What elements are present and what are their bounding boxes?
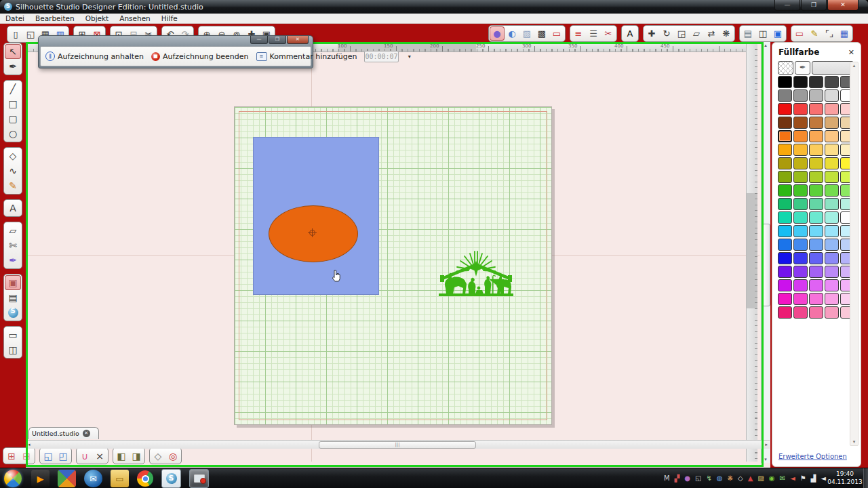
release-compound-path-icon[interactable]: ◰	[56, 449, 71, 463]
recorder-dropdown-icon[interactable]: ▾	[408, 54, 411, 60]
eyedropper-swatch[interactable]: ✒	[795, 61, 810, 75]
color-swatch[interactable]	[825, 157, 839, 169]
tray-app-purple-icon[interactable]: ●	[684, 475, 690, 482]
page-setup-icon[interactable]: ▭	[792, 26, 807, 41]
text-tool-icon[interactable]: A	[5, 201, 21, 216]
horizontal-scrollbar-thumb[interactable]: |||	[319, 441, 476, 449]
vertical-scrollbar[interactable]: ▴ ▾	[761, 42, 770, 463]
color-swatch[interactable]	[825, 239, 839, 251]
menu-hilfe[interactable]: Hilfe	[156, 14, 183, 22]
color-swatch[interactable]	[778, 266, 792, 278]
color-swatch[interactable]	[809, 157, 823, 169]
tray-media-icon[interactable]: ▞	[675, 475, 680, 482]
color-swatch[interactable]	[825, 211, 839, 224]
color-swatch[interactable]	[825, 252, 839, 264]
cutting-mat-icon[interactable]: ▣	[5, 275, 21, 290]
color-swatch[interactable]	[809, 252, 823, 264]
rec-maximize-button[interactable]: ❐	[269, 36, 286, 44]
tray-audio-alert-icon[interactable]: ◄	[790, 475, 795, 482]
color-swatch[interactable]	[778, 171, 792, 183]
color-swatch[interactable]	[778, 184, 792, 197]
new-document-icon[interactable]: ▯	[8, 27, 23, 41]
edit-points-tool-icon[interactable]: ✒	[5, 59, 21, 74]
tray-globe-icon[interactable]: ◍	[717, 475, 723, 482]
color-swatch[interactable]	[825, 184, 839, 197]
split-view-icon[interactable]: ◫	[5, 342, 21, 357]
polygon-tool-icon[interactable]: ◇	[5, 148, 21, 163]
color-swatch[interactable]	[825, 117, 839, 129]
cut-style-icon[interactable]: ✂	[601, 26, 616, 41]
color-swatch[interactable]	[778, 198, 792, 210]
color-swatch[interactable]	[778, 306, 792, 319]
color-swatch[interactable]	[793, 157, 808, 169]
color-swatch[interactable]	[809, 266, 823, 278]
color-swatch[interactable]	[809, 239, 823, 251]
minimize-button[interactable]: —	[774, 0, 800, 11]
tray-updater-icon[interactable]: ▲	[748, 475, 753, 482]
color-swatch[interactable]	[778, 293, 792, 305]
taskbar-chrome-icon[interactable]	[137, 470, 153, 487]
color-swatch[interactable]	[778, 239, 792, 251]
pattern-fill-dark-icon[interactable]: ▩	[534, 26, 549, 41]
color-swatch[interactable]	[778, 117, 792, 129]
scroll-left-arrow[interactable]: ◂	[28, 442, 31, 447]
scroll-down-arrow[interactable]: ▾	[762, 457, 770, 462]
color-swatch[interactable]	[793, 117, 808, 129]
color-swatch[interactable]	[778, 103, 792, 115]
taskbar-recorder-icon[interactable]	[189, 469, 209, 488]
taskbar-explorer-icon[interactable]: ▭	[111, 470, 129, 487]
menu-bearbeiten[interactable]: Bearbeiten	[30, 14, 80, 22]
color-swatch[interactable]	[793, 198, 808, 210]
color-swatch[interactable]	[793, 184, 808, 197]
select-tool-icon[interactable]: ↖	[5, 44, 21, 59]
fill-page-icon[interactable]: ▭	[549, 26, 564, 41]
sketch-pens-icon[interactable]: ✎	[807, 26, 822, 41]
pattern-fill-light-icon[interactable]: ▨	[519, 26, 534, 41]
taskbar-silhouette-studio-icon[interactable]: S	[161, 469, 181, 488]
vertical-scrollbar-thumb[interactable]	[762, 224, 770, 306]
pause-recording-button[interactable]: ∥ Aufzeichnung anhalten	[45, 52, 144, 61]
dropper-tool-icon[interactable]: ✒	[5, 253, 21, 268]
store-icon[interactable]: S	[5, 305, 21, 320]
color-swatch[interactable]	[825, 306, 839, 319]
color-swatch[interactable]	[793, 130, 808, 142]
recorder-window[interactable]: —❐✕ ∥ Aufzeichnung anhalten ■ Aufzeichnu…	[38, 35, 313, 68]
color-swatch[interactable]	[793, 225, 808, 237]
color-swatch[interactable]	[809, 211, 823, 224]
tray-app-orange-icon[interactable]: ❋	[728, 475, 733, 482]
mirror-icon[interactable]: ⇄	[704, 26, 719, 41]
color-swatch[interactable]	[809, 184, 823, 197]
menu-ansehen[interactable]: Ansehen	[114, 14, 156, 22]
color-swatch[interactable]	[825, 198, 839, 210]
palette-scroll-down-icon[interactable]: ▾	[850, 439, 858, 445]
color-swatch[interactable]	[825, 144, 839, 156]
color-swatch[interactable]	[793, 293, 808, 305]
line-style-icon[interactable]: ☰	[586, 26, 601, 41]
color-swatch[interactable]	[793, 239, 808, 251]
palette-scroll-up-icon[interactable]: ▴	[850, 63, 858, 68]
send-to-back-icon[interactable]: ◨	[129, 449, 144, 463]
taskbar-thunderbird-icon[interactable]: ✉	[84, 470, 102, 487]
tray-nvidia-icon[interactable]: ◉	[769, 475, 775, 482]
color-swatch[interactable]	[778, 76, 792, 88]
color-swatch[interactable]	[778, 211, 792, 224]
ungroup-icon[interactable]: ⊟	[19, 449, 34, 463]
palette-scrollbar[interactable]: ▴ ▾	[850, 62, 859, 446]
tray-folder-icon[interactable]: ▨	[757, 475, 764, 482]
rec-minimize-button[interactable]: —	[250, 36, 268, 44]
rotate-icon[interactable]: ↻	[659, 26, 674, 41]
color-swatch[interactable]	[793, 252, 808, 264]
color-swatch[interactable]	[809, 76, 823, 88]
color-swatch[interactable]	[793, 279, 808, 291]
color-swatch[interactable]	[778, 252, 792, 264]
color-swatch[interactable]	[809, 130, 823, 142]
knife-tool-icon[interactable]: ✄	[5, 238, 21, 253]
shear-icon[interactable]: ▱	[689, 26, 704, 41]
delete-icon[interactable]: ×	[92, 449, 107, 463]
show-page-icon[interactable]: ▣	[770, 26, 785, 41]
open-icon[interactable]: ◱	[23, 27, 38, 41]
color-swatch[interactable]	[825, 76, 839, 88]
color-swatch[interactable]	[825, 103, 839, 115]
scroll-up-arrow[interactable]: ▴	[762, 43, 770, 48]
document-tab-close-icon[interactable]: ✕	[83, 430, 90, 437]
